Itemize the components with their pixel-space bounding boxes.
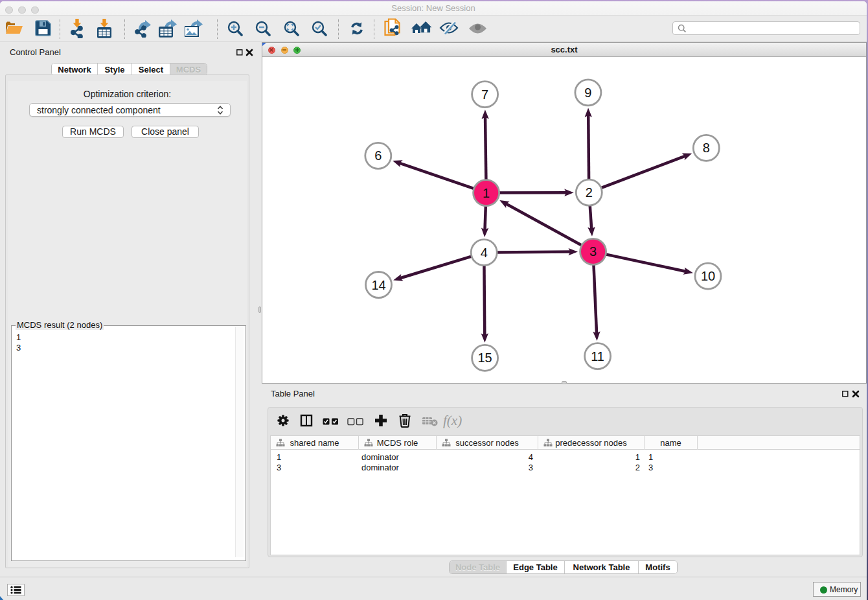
svg-text:14: 14 bbox=[371, 278, 385, 292]
svg-text:10: 10 bbox=[701, 269, 715, 283]
svg-text:6: 6 bbox=[374, 148, 382, 163]
svg-text:11: 11 bbox=[591, 349, 604, 363]
svg-text:15: 15 bbox=[477, 351, 492, 365]
svg-text:7: 7 bbox=[481, 87, 488, 102]
svg-text:3: 3 bbox=[589, 244, 597, 259]
svg-text:8: 8 bbox=[703, 141, 710, 155]
svg-text:2: 2 bbox=[586, 185, 593, 200]
svg-text:4: 4 bbox=[481, 246, 488, 260]
svg-text:1: 1 bbox=[483, 186, 490, 200]
svg-text:9: 9 bbox=[584, 86, 591, 100]
